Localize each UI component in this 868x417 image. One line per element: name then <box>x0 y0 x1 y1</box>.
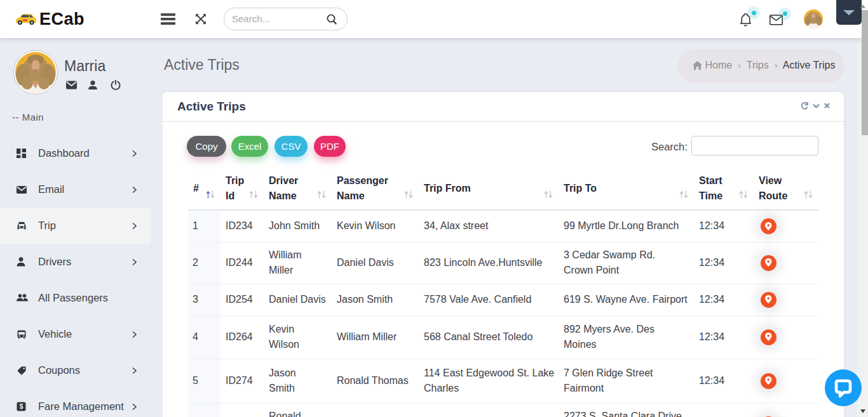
svg-text:$: $ <box>20 403 24 410</box>
